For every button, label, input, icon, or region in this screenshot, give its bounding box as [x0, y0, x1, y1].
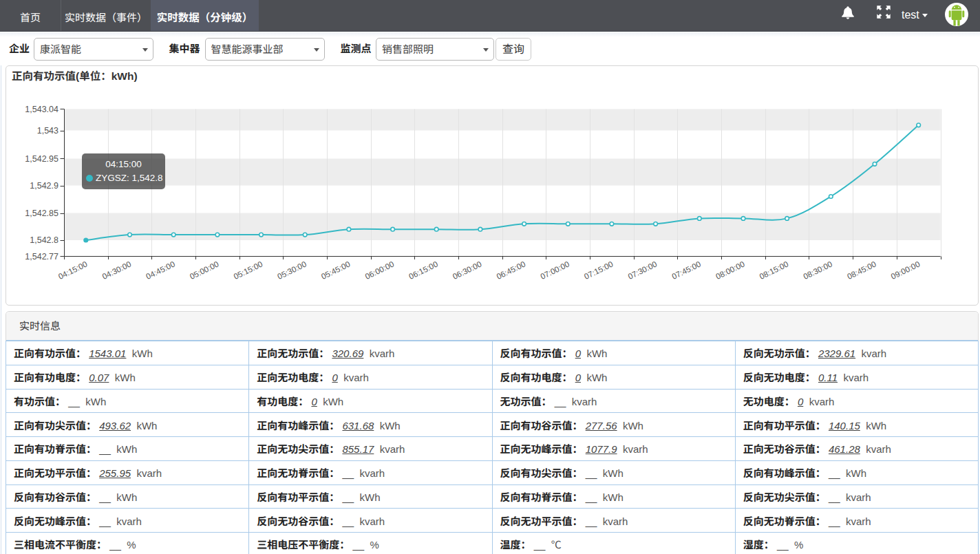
- svg-text:09:00:00: 09:00:00: [889, 259, 921, 281]
- svg-text:1,543.04: 1,543.04: [25, 105, 58, 114]
- svg-text:1,542.95: 1,542.95: [25, 154, 58, 164]
- svg-text:04:30:00: 04:30:00: [100, 259, 132, 281]
- svg-text:06:15:00: 06:15:00: [407, 259, 439, 281]
- svg-text:07:00:00: 07:00:00: [539, 259, 571, 281]
- svg-text:04:15:00: 04:15:00: [56, 259, 88, 281]
- svg-text:05:00:00: 05:00:00: [189, 259, 220, 281]
- svg-text:04:45:00: 04:45:00: [145, 259, 176, 281]
- svg-text:06:45:00: 06:45:00: [495, 259, 526, 281]
- svg-text:08:00:00: 08:00:00: [714, 259, 746, 281]
- svg-text:1,542.8: 1,542.8: [30, 235, 58, 245]
- svg-text:1,542.77: 1,542.77: [25, 252, 58, 262]
- svg-text:05:30:00: 05:30:00: [276, 259, 308, 281]
- svg-text:05:15:00: 05:15:00: [232, 259, 264, 281]
- svg-text:07:45:00: 07:45:00: [670, 259, 702, 281]
- svg-text:1,543: 1,543: [37, 126, 58, 136]
- svg-text:08:30:00: 08:30:00: [802, 259, 833, 281]
- svg-text:1,542.85: 1,542.85: [25, 209, 58, 218]
- svg-text:06:30:00: 06:30:00: [451, 259, 483, 281]
- svg-text:1,542.9: 1,542.9: [30, 181, 58, 191]
- svg-text:07:15:00: 07:15:00: [583, 259, 615, 281]
- svg-text:08:15:00: 08:15:00: [758, 259, 789, 281]
- svg-text:07:30:00: 07:30:00: [626, 259, 658, 281]
- svg-text:05:45:00: 05:45:00: [320, 259, 352, 281]
- svg-text:08:45:00: 08:45:00: [846, 259, 877, 281]
- svg-text:06:00:00: 06:00:00: [363, 259, 395, 281]
